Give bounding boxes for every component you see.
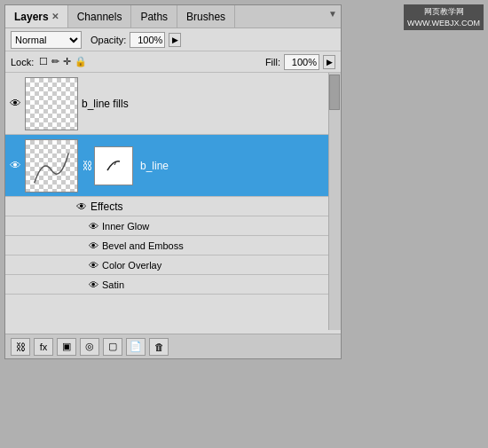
tab-paths[interactable]: Paths <box>131 5 177 28</box>
bevel-emboss-label: Bevel and Emboss <box>102 240 184 251</box>
eye-icon-effects[interactable]: 👁 <box>76 200 87 213</box>
effects-header: 👁 Effects <box>5 197 341 216</box>
inner-glow-label: Inner Glow <box>102 221 149 232</box>
eye-icon-bevel-emboss[interactable]: 👁 <box>89 240 98 251</box>
thumb-b-line-fills <box>25 77 78 130</box>
tab-channels[interactable]: Channels <box>68 5 132 28</box>
effect-satin[interactable]: 👁 Satin <box>5 275 341 295</box>
fill-arrow-btn[interactable]: ▶ <box>323 55 335 69</box>
bottom-toolbar: ⛓ fx ▣ ◎ ▢ 📄 🗑 <box>5 334 341 358</box>
thumb-b-line-mask <box>94 146 133 185</box>
layers-panel: Layers ✕ Channels Paths Brushes ▼ Normal… <box>4 4 342 359</box>
lock-move-icon[interactable]: ✛ <box>63 56 71 67</box>
layer-name-b-line: b_line <box>140 160 327 172</box>
thumb-b-line-main <box>25 139 78 193</box>
effect-bevel-emboss[interactable]: 👁 Bevel and Emboss <box>5 236 341 255</box>
layer-name-b-line-fills: b_line fills <box>82 98 337 110</box>
add-mask-btn[interactable]: ▣ <box>57 338 76 356</box>
eye-icon-satin[interactable]: 👁 <box>89 279 98 290</box>
opacity-input[interactable] <box>130 32 165 48</box>
link-layers-btn[interactable]: ⛓ <box>11 338 30 356</box>
lock-label: Lock: <box>11 57 34 67</box>
panel-collapse-btn[interactable]: ▼ <box>328 9 337 19</box>
opacity-label: Opacity: <box>91 35 126 45</box>
tab-paths-label: Paths <box>140 11 168 23</box>
satin-label: Satin <box>102 279 124 290</box>
tab-channels-label: Channels <box>77 11 122 23</box>
eye-icon-inner-glow[interactable]: 👁 <box>89 221 98 232</box>
fill-label: Fill: <box>265 57 280 67</box>
effect-color-overlay[interactable]: 👁 Color Overlay <box>5 255 341 275</box>
eye-icon-b-line[interactable]: 👁 <box>7 158 23 174</box>
tab-brushes[interactable]: Brushes <box>177 5 235 28</box>
layers-area: 👁 b_line fills 👁 ⛓ b_line <box>5 73 341 330</box>
tab-layers-close[interactable]: ✕ <box>51 12 59 21</box>
delete-layer-btn[interactable]: 🗑 <box>149 338 169 356</box>
new-layer-btn[interactable]: 📄 <box>126 338 146 356</box>
watermark: 网页教学网 WWW.WEBJX.COM <box>404 4 484 30</box>
effects-section: 👁 Effects 👁 Inner Glow 👁 Bevel and Embos… <box>5 197 341 295</box>
color-overlay-label: Color Overlay <box>102 260 161 271</box>
fill-input[interactable] <box>284 54 319 70</box>
new-fill-layer-btn[interactable]: ◎ <box>80 338 99 356</box>
opacity-arrow-btn[interactable]: ▶ <box>169 33 181 47</box>
layer-item-b-line[interactable]: 👁 ⛓ b_line fx right-click <box>5 135 341 197</box>
blend-opacity-row: Normal Opacity: ▶ <box>5 28 341 51</box>
link-chain-icon[interactable]: ⛓ <box>82 160 94 172</box>
new-group-btn[interactable]: ▢ <box>103 338 122 356</box>
watermark-line2: WWW.WEBJX.COM <box>407 18 480 29</box>
lock-box-icon[interactable]: ☐ <box>39 56 48 67</box>
tabs-row: Layers ✕ Channels Paths Brushes ▼ <box>5 5 341 28</box>
blend-mode-select[interactable]: Normal <box>11 31 82 49</box>
tab-layers-label: Layers <box>14 11 49 23</box>
scrollbar-thumb[interactable] <box>329 75 340 110</box>
tab-layers[interactable]: Layers ✕ <box>5 5 68 28</box>
add-layer-style-btn[interactable]: fx <box>34 338 53 356</box>
layer-item-b-line-fills[interactable]: 👁 b_line fills <box>5 73 341 135</box>
effect-inner-glow[interactable]: 👁 Inner Glow <box>5 216 341 236</box>
eye-icon-b-line-fills[interactable]: 👁 <box>7 96 23 112</box>
scrollbar-track[interactable] <box>328 73 341 330</box>
eye-icon-color-overlay[interactable]: 👁 <box>89 260 98 271</box>
lock-all-icon[interactable]: 🔒 <box>75 56 87 67</box>
lock-fill-row: Lock: ☐ ✏ ✛ 🔒 Fill: ▶ <box>5 51 341 73</box>
tab-brushes-label: Brushes <box>186 11 225 23</box>
effects-label: Effects <box>91 200 122 213</box>
lock-brush-icon[interactable]: ✏ <box>51 56 59 67</box>
watermark-line1: 网页教学网 <box>407 6 480 18</box>
